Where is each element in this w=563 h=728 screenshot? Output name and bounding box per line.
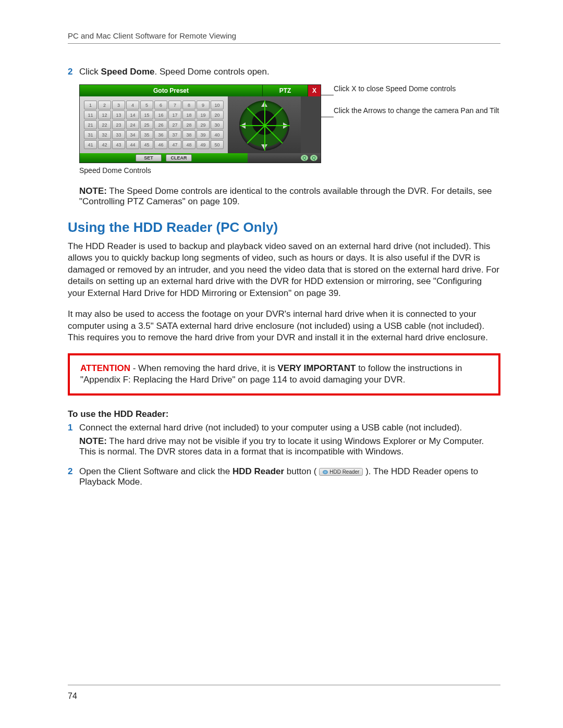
note-label: NOTE: — [79, 436, 107, 446]
very-important: VERY IMPORTANT — [278, 363, 356, 373]
text: button ( — [284, 466, 316, 476]
preset-button-19[interactable]: 19 — [197, 110, 210, 119]
step-number: 2 — [68, 67, 79, 77]
note-body: The hard drive may not be visible if you… — [79, 436, 484, 456]
preset-button-46[interactable]: 46 — [154, 140, 167, 149]
preset-button-24[interactable]: 24 — [126, 120, 139, 129]
step-2: 2 Click Speed Dome. Speed Dome controls … — [68, 67, 500, 77]
section-heading-hdd: Using the HDD Reader (PC Only) — [68, 219, 500, 236]
bold-speed-dome: Speed Dome — [101, 67, 155, 77]
note-speed-dome: NOTE: The Speed Dome controls are identi… — [79, 186, 500, 207]
preset-button-15[interactable]: 15 — [140, 110, 153, 119]
close-icon[interactable]: X — [308, 85, 321, 96]
attention-box: ATTENTION - When removing the hard drive… — [68, 353, 500, 396]
preset-button-18[interactable]: 18 — [182, 110, 195, 119]
preset-button-23[interactable]: 23 — [112, 120, 125, 129]
preset-button-9[interactable]: 9 — [197, 101, 210, 109]
preset-button-26[interactable]: 26 — [154, 120, 167, 129]
preset-button-33[interactable]: 33 — [112, 130, 125, 139]
bold-hdd-reader: HDD Reader — [232, 466, 284, 476]
preset-button-34[interactable]: 34 — [126, 130, 139, 139]
preset-button-44[interactable]: 44 — [126, 140, 139, 149]
preset-button-36[interactable]: 36 — [154, 130, 167, 139]
preset-button-39[interactable]: 39 — [197, 130, 210, 139]
preset-button-11[interactable]: 11 — [84, 110, 97, 119]
preset-button-7[interactable]: 7 — [168, 101, 181, 109]
paragraph: It may also be used to access the footag… — [68, 309, 500, 343]
preset-button-27[interactable]: 27 — [168, 120, 181, 129]
preset-button-31[interactable]: 31 — [84, 130, 97, 139]
preset-button-4[interactable]: 4 — [126, 101, 139, 109]
preset-grid: 1234567891011121314151617181920212223242… — [84, 101, 224, 149]
panel-caption: Speed Dome Controls — [79, 166, 500, 175]
preset-button-40[interactable]: 40 — [211, 130, 224, 139]
preset-button-41[interactable]: 41 — [84, 140, 97, 149]
preset-button-35[interactable]: 35 — [140, 130, 153, 139]
preset-button-8[interactable]: 8 — [182, 101, 195, 109]
step-number: 2 — [68, 466, 79, 487]
step-body: Open the Client Software and click the H… — [79, 466, 500, 487]
step-hdd-2: 2 Open the Client Software and click the… — [68, 466, 500, 487]
goto-preset-bar[interactable]: Goto Preset — [80, 85, 263, 96]
preset-button-25[interactable]: 25 — [140, 120, 153, 129]
panel-annotations: Click X to close Speed Dome controls Cli… — [334, 84, 500, 128]
zoom-out-icon[interactable]: Q — [301, 155, 308, 161]
annot-arrows: Click the Arrows to change the camera Pa… — [334, 106, 500, 115]
preset-button-32[interactable]: 32 — [98, 130, 111, 139]
preset-button-6[interactable]: 6 — [154, 101, 167, 109]
preset-button-20[interactable]: 20 — [211, 110, 224, 119]
preset-button-5[interactable]: 5 — [140, 101, 153, 109]
step-body: Click Speed Dome. Speed Dome controls op… — [79, 67, 500, 77]
text: Connect the external hard drive (not inc… — [79, 423, 462, 433]
step-number: 1 — [68, 423, 79, 457]
attention-label: ATTENTION — [80, 363, 130, 373]
preset-button-14[interactable]: 14 — [126, 110, 139, 119]
disk-icon — [323, 470, 328, 474]
hdd-reader-button[interactable]: HDD Reader — [319, 468, 363, 476]
zoom-in-icon[interactable]: Q — [310, 155, 317, 161]
preset-button-47[interactable]: 47 — [168, 140, 181, 149]
text: Click — [79, 67, 101, 77]
preset-button-22[interactable]: 22 — [98, 120, 111, 129]
preset-button-29[interactable]: 29 — [197, 120, 210, 129]
footer-rule — [68, 685, 500, 685]
preset-button-2[interactable]: 2 — [98, 101, 111, 109]
sub-heading: To use the HDD Reader: — [68, 409, 500, 419]
preset-button-42[interactable]: 42 — [98, 140, 111, 149]
set-button[interactable]: SET — [136, 154, 162, 162]
page-number: 74 — [68, 692, 77, 701]
step-hdd-1: 1 Connect the external hard drive (not i… — [68, 423, 500, 457]
paragraph: The HDD Reader is used to backup and pla… — [68, 241, 500, 299]
preset-button-1[interactable]: 1 — [84, 101, 97, 109]
preset-button-50[interactable]: 50 — [211, 140, 224, 149]
note-label: NOTE: — [79, 186, 107, 196]
preset-button-17[interactable]: 17 — [168, 110, 181, 119]
step-body: Connect the external hard drive (not inc… — [79, 423, 500, 457]
preset-button-38[interactable]: 38 — [182, 130, 195, 139]
preset-button-30[interactable]: 30 — [211, 120, 224, 129]
hdd-reader-button-label: HDD Reader — [329, 469, 359, 475]
preset-button-21[interactable]: 21 — [84, 120, 97, 129]
ptz-area — [228, 96, 301, 153]
text: Open the Client Software and click the — [79, 466, 232, 476]
preset-button-3[interactable]: 3 — [112, 101, 125, 109]
ptz-wheel[interactable] — [239, 101, 289, 151]
preset-button-13[interactable]: 13 — [112, 110, 125, 119]
preset-button-16[interactable]: 16 — [154, 110, 167, 119]
preset-button-10[interactable]: 10 — [211, 101, 224, 109]
page-header: PC and Mac Client Software for Remote Vi… — [68, 31, 500, 44]
text: . Speed Dome controls open. — [155, 67, 270, 77]
preset-button-43[interactable]: 43 — [112, 140, 125, 149]
preset-button-48[interactable]: 48 — [182, 140, 195, 149]
preset-button-37[interactable]: 37 — [168, 130, 181, 139]
ptz-bar[interactable]: PTZ — [263, 85, 308, 96]
text: - When removing the hard drive, it is — [130, 363, 278, 373]
preset-button-12[interactable]: 12 — [98, 110, 111, 119]
annot-close: Click X to close Speed Dome controls — [334, 84, 500, 93]
speed-dome-panel: Goto Preset PTZ X 1234567891011121314151… — [79, 84, 321, 163]
preset-button-49[interactable]: 49 — [197, 140, 210, 149]
preset-button-45[interactable]: 45 — [140, 140, 153, 149]
clear-button[interactable]: CLEAR — [166, 154, 192, 162]
note-body: The Speed Dome controls are identical to… — [79, 186, 492, 206]
preset-button-28[interactable]: 28 — [182, 120, 195, 129]
